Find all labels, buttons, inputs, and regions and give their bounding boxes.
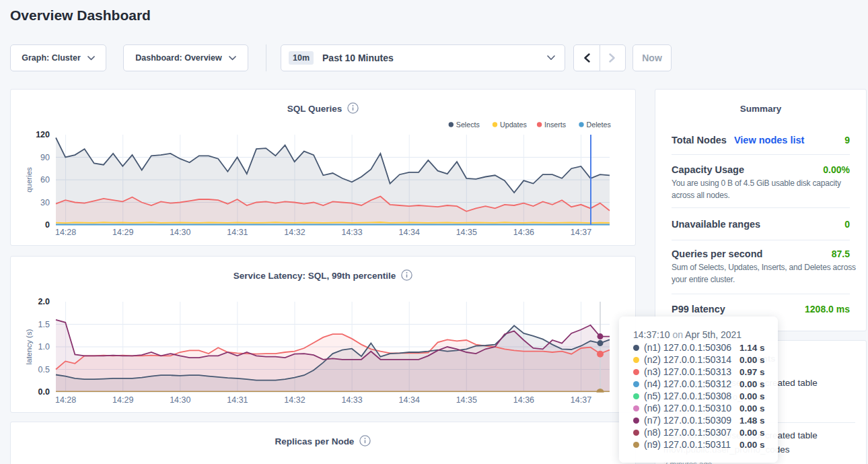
svg-text:14:35: 14:35 — [456, 228, 477, 237]
svg-text:0: 0 — [45, 220, 50, 230]
svg-text:120: 120 — [36, 130, 50, 139]
svg-text:14:30: 14:30 — [170, 395, 190, 405]
svg-text:60: 60 — [40, 175, 50, 185]
svg-text:14:32: 14:32 — [284, 395, 305, 405]
svg-text:latency (s): latency (s) — [25, 329, 33, 364]
svg-text:14:37: 14:37 — [571, 228, 591, 237]
svg-text:Selects: Selects — [456, 121, 480, 129]
svg-text:queries: queries — [25, 167, 33, 193]
svg-text:1.0: 1.0 — [38, 342, 50, 352]
svg-text:14:31: 14:31 — [227, 395, 248, 405]
svg-text:90: 90 — [40, 153, 50, 162]
svg-text:14:34: 14:34 — [399, 228, 420, 237]
svg-text:14:36: 14:36 — [513, 228, 534, 237]
svg-text:14:33: 14:33 — [341, 228, 362, 237]
svg-text:14:30: 14:30 — [170, 228, 190, 237]
svg-text:14:36: 14:36 — [513, 395, 534, 405]
svg-text:2.0: 2.0 — [38, 297, 50, 306]
svg-text:Deletes: Deletes — [587, 121, 611, 129]
svg-text:14:31: 14:31 — [227, 228, 248, 237]
svg-text:14:29: 14:29 — [112, 395, 133, 405]
svg-text:14:28: 14:28 — [55, 395, 76, 405]
svg-text:30: 30 — [40, 198, 50, 207]
svg-text:14:35: 14:35 — [456, 395, 477, 405]
svg-text:0.5: 0.5 — [38, 365, 50, 374]
svg-text:14:33: 14:33 — [341, 395, 362, 405]
svg-text:0.0: 0.0 — [38, 387, 50, 397]
svg-text:14:32: 14:32 — [284, 228, 305, 237]
svg-text:Inserts: Inserts — [544, 121, 566, 129]
svg-text:1.5: 1.5 — [38, 320, 50, 329]
svg-text:14:29: 14:29 — [112, 228, 133, 237]
svg-text:14:34: 14:34 — [399, 395, 420, 405]
svg-text:14:28: 14:28 — [55, 228, 76, 237]
svg-text:Updates: Updates — [500, 121, 527, 129]
svg-text:14:37: 14:37 — [571, 395, 591, 405]
